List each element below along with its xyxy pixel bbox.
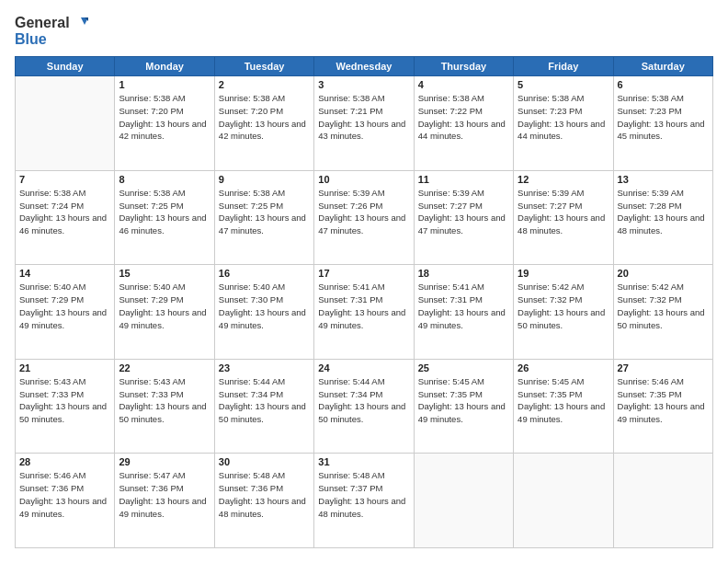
weekday-header-tuesday: Tuesday: [214, 57, 313, 76]
calendar-cell: 1 Sunrise: 5:38 AM Sunset: 7:20 PM Dayli…: [115, 76, 214, 171]
weekday-header-thursday: Thursday: [414, 57, 513, 76]
day-number: 25: [418, 362, 509, 373]
calendar-cell: [613, 454, 712, 548]
calendar-cell: 21 Sunrise: 5:43 AM Sunset: 7:33 PM Dayl…: [16, 359, 115, 454]
day-number: 24: [318, 362, 409, 373]
day-number: 12: [518, 174, 609, 185]
calendar-cell: 18 Sunrise: 5:41 AM Sunset: 7:31 PM Dayl…: [414, 265, 513, 360]
calendar-cell: 14 Sunrise: 5:40 AM Sunset: 7:29 PM Dayl…: [16, 265, 115, 360]
calendar-cell: 19 Sunrise: 5:42 AM Sunset: 7:32 PM Dayl…: [514, 265, 613, 360]
calendar-cell: 24 Sunrise: 5:44 AM Sunset: 7:34 PM Dayl…: [314, 359, 414, 454]
calendar-cell: 25 Sunrise: 5:45 AM Sunset: 7:35 PM Dayl…: [414, 359, 513, 454]
week-row-5: 28 Sunrise: 5:46 AM Sunset: 7:36 PM Dayl…: [16, 454, 713, 548]
week-row-4: 21 Sunrise: 5:43 AM Sunset: 7:33 PM Dayl…: [16, 359, 713, 454]
sun-info: Sunrise: 5:43 AM Sunset: 7:33 PM Dayligh…: [19, 375, 110, 426]
sun-info: Sunrise: 5:38 AM Sunset: 7:25 PM Dayligh…: [119, 187, 210, 237]
calendar-cell: [514, 454, 613, 548]
sun-info: Sunrise: 5:46 AM Sunset: 7:35 PM Dayligh…: [618, 375, 709, 426]
day-number: 8: [119, 174, 210, 185]
sun-info: Sunrise: 5:44 AM Sunset: 7:34 PM Dayligh…: [318, 375, 409, 426]
calendar-cell: 29 Sunrise: 5:47 AM Sunset: 7:36 PM Dayl…: [115, 454, 214, 548]
sun-info: Sunrise: 5:39 AM Sunset: 7:27 PM Dayligh…: [518, 187, 609, 237]
day-number: 10: [318, 174, 409, 185]
calendar-cell: 17 Sunrise: 5:41 AM Sunset: 7:31 PM Dayl…: [314, 265, 414, 360]
calendar-cell: 30 Sunrise: 5:48 AM Sunset: 7:36 PM Dayl…: [214, 454, 313, 548]
sun-info: Sunrise: 5:38 AM Sunset: 7:23 PM Dayligh…: [518, 92, 609, 143]
day-number: 16: [219, 268, 310, 279]
sun-info: Sunrise: 5:44 AM Sunset: 7:34 PM Dayligh…: [219, 375, 310, 426]
day-number: 29: [119, 456, 210, 467]
weekday-header-friday: Friday: [514, 57, 613, 76]
sun-info: Sunrise: 5:45 AM Sunset: 7:35 PM Dayligh…: [418, 375, 509, 426]
calendar-cell: 22 Sunrise: 5:43 AM Sunset: 7:33 PM Dayl…: [115, 359, 214, 454]
day-number: 11: [418, 174, 509, 185]
week-row-2: 7 Sunrise: 5:38 AM Sunset: 7:24 PM Dayli…: [16, 170, 713, 265]
calendar-cell: [16, 76, 115, 171]
sun-info: Sunrise: 5:48 AM Sunset: 7:36 PM Dayligh…: [219, 469, 310, 520]
sun-info: Sunrise: 5:38 AM Sunset: 7:22 PM Dayligh…: [418, 92, 509, 143]
calendar-page: General Blue SundayMondayTuesdayWednesda…: [0, 0, 728, 563]
logo-bird-icon: [72, 17, 88, 30]
sun-info: Sunrise: 5:39 AM Sunset: 7:28 PM Dayligh…: [618, 187, 709, 237]
sun-info: Sunrise: 5:40 AM Sunset: 7:30 PM Dayligh…: [219, 281, 310, 331]
sun-info: Sunrise: 5:38 AM Sunset: 7:21 PM Dayligh…: [318, 92, 409, 143]
day-number: 17: [318, 268, 409, 279]
week-row-3: 14 Sunrise: 5:40 AM Sunset: 7:29 PM Dayl…: [16, 265, 713, 360]
day-number: 3: [318, 79, 409, 90]
day-number: 26: [518, 362, 609, 373]
day-number: 13: [618, 174, 709, 185]
calendar-cell: 2 Sunrise: 5:38 AM Sunset: 7:20 PM Dayli…: [214, 76, 313, 171]
day-number: 9: [219, 174, 310, 185]
sun-info: Sunrise: 5:39 AM Sunset: 7:26 PM Dayligh…: [318, 187, 409, 237]
logo-general: General: [15, 15, 88, 31]
sun-info: Sunrise: 5:40 AM Sunset: 7:29 PM Dayligh…: [119, 281, 210, 331]
calendar-cell: 28 Sunrise: 5:46 AM Sunset: 7:36 PM Dayl…: [16, 454, 115, 548]
day-number: 1: [119, 79, 210, 90]
day-number: 6: [618, 79, 709, 90]
sun-info: Sunrise: 5:38 AM Sunset: 7:25 PM Dayligh…: [219, 187, 310, 237]
weekday-header-wednesday: Wednesday: [314, 57, 414, 76]
day-number: 2: [219, 79, 310, 90]
week-row-1: 1 Sunrise: 5:38 AM Sunset: 7:20 PM Dayli…: [16, 76, 713, 171]
calendar-cell: 13 Sunrise: 5:39 AM Sunset: 7:28 PM Dayl…: [613, 170, 712, 265]
day-number: 7: [19, 174, 110, 185]
calendar-cell: 23 Sunrise: 5:44 AM Sunset: 7:34 PM Dayl…: [214, 359, 313, 454]
sun-info: Sunrise: 5:47 AM Sunset: 7:36 PM Dayligh…: [119, 469, 210, 520]
calendar-cell: 4 Sunrise: 5:38 AM Sunset: 7:22 PM Dayli…: [414, 76, 513, 171]
sun-info: Sunrise: 5:40 AM Sunset: 7:29 PM Dayligh…: [19, 281, 110, 331]
day-number: 23: [219, 362, 310, 373]
calendar-cell: 3 Sunrise: 5:38 AM Sunset: 7:21 PM Dayli…: [314, 76, 414, 171]
sun-info: Sunrise: 5:46 AM Sunset: 7:36 PM Dayligh…: [19, 469, 110, 520]
calendar-cell: 7 Sunrise: 5:38 AM Sunset: 7:24 PM Dayli…: [16, 170, 115, 265]
calendar-cell: 16 Sunrise: 5:40 AM Sunset: 7:30 PM Dayl…: [214, 265, 313, 360]
calendar-cell: 8 Sunrise: 5:38 AM Sunset: 7:25 PM Dayli…: [115, 170, 214, 265]
sun-info: Sunrise: 5:42 AM Sunset: 7:32 PM Dayligh…: [618, 281, 709, 331]
sun-info: Sunrise: 5:38 AM Sunset: 7:20 PM Dayligh…: [219, 92, 310, 143]
weekday-header-saturday: Saturday: [613, 57, 712, 76]
sun-info: Sunrise: 5:45 AM Sunset: 7:35 PM Dayligh…: [518, 375, 609, 426]
calendar-cell: 15 Sunrise: 5:40 AM Sunset: 7:29 PM Dayl…: [115, 265, 214, 360]
day-number: 20: [618, 268, 709, 279]
calendar-cell: 31 Sunrise: 5:48 AM Sunset: 7:37 PM Dayl…: [314, 454, 414, 548]
day-number: 14: [19, 268, 110, 279]
sun-info: Sunrise: 5:42 AM Sunset: 7:32 PM Dayligh…: [518, 281, 609, 331]
sun-info: Sunrise: 5:41 AM Sunset: 7:31 PM Dayligh…: [418, 281, 509, 331]
weekday-header-row: SundayMondayTuesdayWednesdayThursdayFrid…: [16, 57, 713, 76]
sun-info: Sunrise: 5:38 AM Sunset: 7:20 PM Dayligh…: [119, 92, 210, 143]
day-number: 18: [418, 268, 509, 279]
calendar-table: SundayMondayTuesdayWednesdayThursdayFrid…: [15, 56, 713, 548]
day-number: 27: [618, 362, 709, 373]
day-number: 31: [318, 456, 409, 467]
calendar-cell: 11 Sunrise: 5:39 AM Sunset: 7:27 PM Dayl…: [414, 170, 513, 265]
day-number: 30: [219, 456, 310, 467]
sun-info: Sunrise: 5:48 AM Sunset: 7:37 PM Dayligh…: [318, 469, 409, 520]
calendar-cell: 27 Sunrise: 5:46 AM Sunset: 7:35 PM Dayl…: [613, 359, 712, 454]
logo: General Blue: [15, 15, 88, 47]
sun-info: Sunrise: 5:39 AM Sunset: 7:27 PM Dayligh…: [418, 187, 509, 237]
calendar-cell: 20 Sunrise: 5:42 AM Sunset: 7:32 PM Dayl…: [613, 265, 712, 360]
sun-info: Sunrise: 5:38 AM Sunset: 7:23 PM Dayligh…: [618, 92, 709, 143]
sun-info: Sunrise: 5:38 AM Sunset: 7:24 PM Dayligh…: [19, 187, 110, 237]
logo-blue: Blue: [15, 31, 88, 48]
calendar-cell: 5 Sunrise: 5:38 AM Sunset: 7:23 PM Dayli…: [514, 76, 613, 171]
calendar-cell: 6 Sunrise: 5:38 AM Sunset: 7:23 PM Dayli…: [613, 76, 712, 171]
